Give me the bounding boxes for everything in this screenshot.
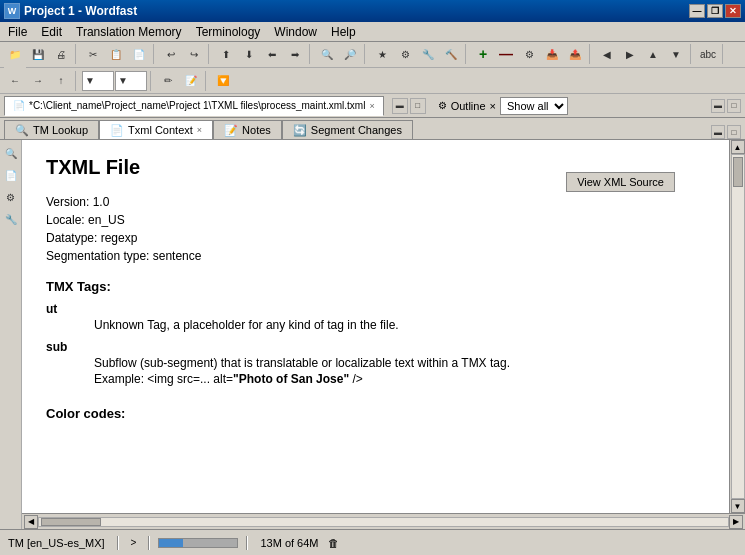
copy-button[interactable]: 📋: [105, 44, 127, 64]
sep-5: [364, 44, 368, 64]
tab-max-btn[interactable]: □: [727, 125, 741, 139]
spellcheck-button[interactable]: abc: [697, 44, 719, 64]
panel-min-btn[interactable]: ▬: [711, 99, 725, 113]
tools-button[interactable]: 🔧: [417, 44, 439, 64]
sidebar-btn-1[interactable]: 🔍: [2, 144, 20, 162]
close-button[interactable]: ✕: [725, 4, 741, 18]
menu-bar: File Edit Translation Memory Terminology…: [0, 22, 745, 42]
forward-btn[interactable]: ▶: [619, 44, 641, 64]
star-button[interactable]: ★: [371, 44, 393, 64]
sub-example: Example: <img src=... alt="Photo of San …: [94, 372, 705, 386]
zoom-button[interactable]: 🔎: [339, 44, 361, 64]
status-arrow: >: [127, 537, 141, 548]
seg-dn-btn[interactable]: ▼: [665, 44, 687, 64]
menu-edit[interactable]: Edit: [35, 23, 68, 41]
h-scrollbar-thumb[interactable]: [41, 518, 101, 526]
tab-segment-changes[interactable]: 🔄 Segment Changes: [282, 120, 413, 139]
scroll-left-btn[interactable]: ◀: [24, 515, 38, 529]
doc-locale: Locale: en_US: [46, 213, 705, 227]
scroll-down-btn[interactable]: ▼: [731, 499, 745, 513]
print-button[interactable]: 🖨: [50, 44, 72, 64]
outline-close[interactable]: ×: [490, 100, 496, 112]
trash-icon[interactable]: 🗑: [327, 536, 341, 550]
h-scrollbar[interactable]: ◀ ▶: [22, 513, 745, 529]
note-btn[interactable]: 📝: [180, 71, 202, 91]
cut-button[interactable]: ✂: [82, 44, 104, 64]
panel-max-btn[interactable]: □: [727, 99, 741, 113]
menu-window[interactable]: Window: [268, 23, 323, 41]
menu-terminology[interactable]: Terminology: [190, 23, 267, 41]
tab-segment-changes-label: Segment Changes: [311, 124, 402, 136]
ut-term: ut: [46, 302, 705, 316]
save-button[interactable]: 💾: [27, 44, 49, 64]
right-button[interactable]: ➡: [284, 44, 306, 64]
doc-area[interactable]: TXML File View XML Source Version: 1.0 L…: [22, 140, 729, 513]
sidebar-btn-4[interactable]: 🔧: [2, 210, 20, 228]
left-button[interactable]: ⬅: [261, 44, 283, 64]
hammer-button[interactable]: 🔨: [440, 44, 462, 64]
file-tab-path: *C:\Client_name\Project_name\Project 1\T…: [29, 100, 365, 111]
v-scrollbar[interactable]: ▲ ▼: [729, 140, 745, 513]
main-area: 🔍 📄 ⚙ 🔧 TXML File View XML Source Versio…: [0, 140, 745, 529]
open-button[interactable]: 📁: [4, 44, 26, 64]
plus-button[interactable]: +: [472, 44, 494, 64]
seg-up-btn[interactable]: ▲: [642, 44, 664, 64]
menu-file[interactable]: File: [2, 23, 33, 41]
sidebar-btn-3[interactable]: ⚙: [2, 188, 20, 206]
minus-button[interactable]: —: [495, 44, 517, 64]
tab-min-btn[interactable]: ▬: [711, 125, 725, 139]
maximize-panel-btn[interactable]: □: [410, 98, 426, 114]
arrow-left-btn[interactable]: ←: [4, 71, 26, 91]
tm-lookup-icon: 🔍: [15, 124, 29, 137]
settings-button[interactable]: ⚙: [394, 44, 416, 64]
notes-icon: 📝: [224, 124, 238, 137]
search-button[interactable]: 🔍: [316, 44, 338, 64]
v-scroll-thumb[interactable]: [733, 157, 743, 187]
ut-description: Unknown Tag, a placeholder for any kind …: [94, 318, 705, 332]
back-arrow-button[interactable]: ◀: [596, 44, 618, 64]
up-button[interactable]: ⬆: [215, 44, 237, 64]
dropdown-btn[interactable]: ▼: [82, 71, 114, 91]
segment-changes-icon: 🔄: [293, 124, 307, 137]
v-scroll-track[interactable]: [731, 154, 745, 499]
h-scrollbar-track[interactable]: [38, 517, 729, 527]
window-title: Project 1 - Wordfast: [24, 4, 137, 18]
scroll-right-btn[interactable]: ▶: [729, 515, 743, 529]
minimize-button[interactable]: —: [689, 4, 705, 18]
menu-translation-memory[interactable]: Translation Memory: [70, 23, 188, 41]
sep-2: [153, 44, 157, 64]
edit-btn[interactable]: ✏: [157, 71, 179, 91]
tab-txml-context-label: Txml Context: [128, 124, 193, 136]
import-button[interactable]: 📥: [541, 44, 563, 64]
menu-help[interactable]: Help: [325, 23, 362, 41]
txml-context-close[interactable]: ×: [197, 125, 202, 135]
arrow-right-btn[interactable]: →: [27, 71, 49, 91]
app-icon: W: [4, 3, 20, 19]
status-progress-fill: [159, 539, 182, 547]
toolbar-2: ← → ↑ ▼ ▼ ✏ 📝 🔽: [0, 68, 745, 94]
file-tab-close[interactable]: ×: [369, 101, 374, 111]
minimize-panel-btn[interactable]: ▬: [392, 98, 408, 114]
status-sep-3: [246, 536, 248, 550]
scroll-up-btn[interactable]: ▲: [731, 140, 745, 154]
outline-select[interactable]: Show all: [500, 97, 568, 115]
view-xml-source-button[interactable]: View XML Source: [566, 172, 675, 192]
dropdown-btn2[interactable]: ▼: [115, 71, 147, 91]
sep-t2-2: [150, 71, 154, 91]
arrow-up2-btn[interactable]: ↑: [50, 71, 72, 91]
filter-btn[interactable]: 🔽: [212, 71, 234, 91]
undo-button[interactable]: ↩: [160, 44, 182, 64]
restore-button[interactable]: ❐: [707, 4, 723, 18]
tab-txml-context[interactable]: 📄 Txml Context ×: [99, 120, 213, 139]
file-tab[interactable]: 📄 *C:\Client_name\Project_name\Project 1…: [4, 96, 384, 116]
sidebar-btn-2[interactable]: 📄: [2, 166, 20, 184]
export-button[interactable]: 📤: [564, 44, 586, 64]
sub-description: Subflow (sub-segment) that is translatab…: [94, 356, 705, 370]
redo-button[interactable]: ↪: [183, 44, 205, 64]
file-tab-icon: 📄: [13, 100, 25, 111]
down-button[interactable]: ⬇: [238, 44, 260, 64]
paste-button[interactable]: 📄: [128, 44, 150, 64]
tab-notes[interactable]: 📝 Notes: [213, 120, 282, 139]
tab-tm-lookup[interactable]: 🔍 TM Lookup: [4, 120, 99, 139]
puzzle-button[interactable]: ⚙: [518, 44, 540, 64]
